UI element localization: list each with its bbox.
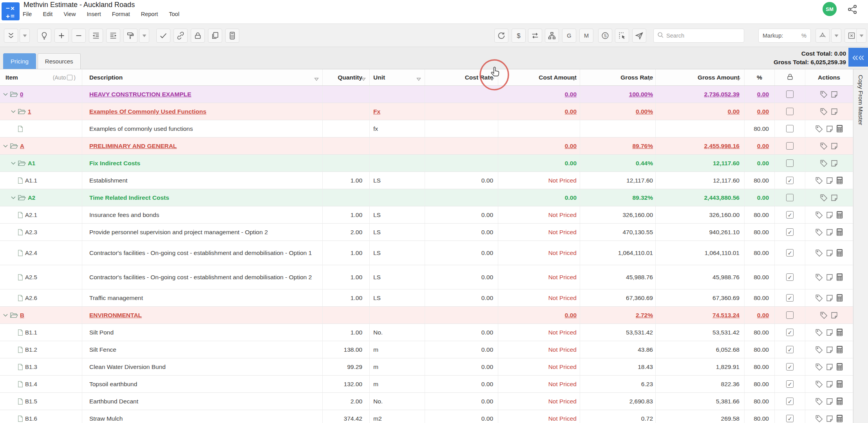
note-icon[interactable] <box>826 294 834 302</box>
description-text[interactable]: Silt Pond <box>89 329 114 336</box>
gross-amount-cell[interactable]: 1,829.91 <box>656 358 745 375</box>
lock-checkbox[interactable]: ✓ <box>786 249 794 257</box>
item-code[interactable]: B1.3 <box>25 363 37 370</box>
markup-percent-cell[interactable]: 80.00 <box>745 172 775 189</box>
gross-amount-cell[interactable]: 12,117.60 <box>656 155 745 172</box>
search-input[interactable] <box>666 33 733 39</box>
cost-rate-cell[interactable]: 0.00 <box>425 241 498 265</box>
calculator-icon[interactable] <box>836 328 843 336</box>
cost-rate-cell[interactable] <box>425 189 498 206</box>
calculator-icon[interactable] <box>836 273 843 281</box>
quantity-cell[interactable]: 1.00 <box>323 241 370 265</box>
calculator-icon[interactable] <box>836 249 843 257</box>
tag-icon[interactable] <box>815 363 823 371</box>
calculator-icon[interactable] <box>836 345 843 354</box>
gross-rate-cell[interactable]: 0.72 <box>580 410 656 423</box>
quantity-cell[interactable]: 2.00 <box>323 393 370 410</box>
unit-cell[interactable]: m <box>370 358 425 375</box>
item-code[interactable]: B1.6 <box>25 415 37 422</box>
markup-percent-cell[interactable]: 80.00 <box>745 120 775 137</box>
description-cell[interactable]: Insurance fees and bonds <box>82 206 323 223</box>
item-code[interactable]: 0 <box>20 91 23 98</box>
lock-checkbox[interactable]: ✓ <box>786 211 794 219</box>
description-cell[interactable]: Provide personnel supervision and projec… <box>82 224 323 240</box>
item-code[interactable]: A2.3 <box>25 229 37 235</box>
gross-rate-cell[interactable]: 470,130.55 <box>580 224 656 240</box>
calculator-icon[interactable] <box>836 228 843 236</box>
markup-percent-cell[interactable]: 80.00 <box>745 341 775 358</box>
markup-percent-cell[interactable]: 80.00 <box>745 224 775 240</box>
gross-amount-cell[interactable]: 67,360.69 <box>656 289 745 306</box>
column-header-desc[interactable]: Description <box>82 69 323 85</box>
note-icon[interactable] <box>830 311 838 319</box>
outdent-button[interactable] <box>89 29 103 43</box>
lock-checkbox[interactable] <box>786 142 794 150</box>
gross-rate-cell[interactable]: 12,117.60 <box>580 172 656 189</box>
avatar[interactable]: SM <box>823 2 837 16</box>
gross-rate-cell[interactable]: 0.44% <box>580 155 656 172</box>
cost-rate-cell[interactable]: 0.00 <box>425 324 498 341</box>
chevron-down-icon[interactable] <box>3 93 8 96</box>
note-icon[interactable] <box>826 329 834 336</box>
item-code[interactable]: B1.5 <box>25 398 37 405</box>
column-header-unit[interactable]: Unit <box>370 69 425 85</box>
description-text[interactable]: Earthbund Decant <box>89 398 138 405</box>
cost-amount-cell[interactable]: Not Priced <box>498 172 580 189</box>
description-cell[interactable]: Clean Water Diversion Bund <box>82 358 323 375</box>
calculator-icon[interactable] <box>836 363 843 371</box>
note-icon[interactable] <box>826 211 834 219</box>
menu-item-view[interactable]: View <box>63 11 76 17</box>
description-cell[interactable]: Topsoil earthbund <box>82 376 323 392</box>
sort-caret-icon[interactable] <box>647 76 652 83</box>
export-caret-button[interactable] <box>856 29 866 43</box>
markup-percent-cell[interactable]: 0.00 <box>745 86 775 103</box>
share-icon[interactable] <box>847 4 858 15</box>
lightbulb-button[interactable] <box>37 29 51 43</box>
description-cell[interactable]: Time Related Indirect Costs <box>82 189 323 206</box>
tag-icon[interactable] <box>815 273 823 281</box>
calculator-button[interactable] <box>225 29 239 43</box>
gross-amount-cell[interactable]: 2,455,998.16 <box>656 137 745 154</box>
unit-cell[interactable]: m <box>370 341 425 358</box>
lock-checkbox[interactable] <box>786 194 794 201</box>
indent-button[interactable] <box>106 29 120 43</box>
markup-percent-cell[interactable]: 0.00 <box>745 137 775 154</box>
markup-percent-cell[interactable]: 0.00 <box>745 189 775 206</box>
lock-checkbox[interactable] <box>786 90 794 98</box>
cost-rate-cell[interactable]: 0.00 <box>425 393 498 410</box>
calculator-icon[interactable] <box>836 176 843 184</box>
note-icon[interactable] <box>826 380 834 388</box>
description-link[interactable]: PRELIMINARY AND GENERAL <box>89 142 177 150</box>
cost-amount-cell[interactable] <box>498 120 580 137</box>
cost-rate-cell[interactable]: 0.00 <box>425 358 498 375</box>
circled-s-button[interactable]: S <box>598 29 612 43</box>
tag-icon[interactable] <box>815 228 823 236</box>
cost-amount-cell[interactable]: Not Priced <box>498 358 580 375</box>
copy-sheets-button[interactable] <box>208 29 222 43</box>
gross-rate-cell[interactable]: 45,988.76 <box>580 265 656 289</box>
description-text[interactable]: Silt Fence <box>89 346 116 353</box>
gross-rate-cell[interactable]: 100.00% <box>580 86 656 103</box>
link-button[interactable] <box>174 29 188 43</box>
menu-item-format[interactable]: Format <box>112 11 130 17</box>
markup-percent-cell[interactable]: 80.00 <box>745 324 775 341</box>
sitemap-button[interactable] <box>545 29 559 43</box>
sort-caret-icon[interactable] <box>416 76 421 83</box>
tag-icon[interactable] <box>815 329 823 336</box>
sort-caret-icon[interactable] <box>571 76 576 83</box>
unit-cell[interactable]: LS <box>370 265 425 289</box>
markup-percent-cell[interactable]: 80.00 <box>745 393 775 410</box>
lock-checkbox[interactable]: ✓ <box>786 363 794 371</box>
gross-amount-cell[interactable]: 1,064,110.01 <box>656 241 745 265</box>
gross-amount-cell[interactable]: 269.58 <box>656 410 745 423</box>
description-cell[interactable]: Traffic management <box>82 289 323 306</box>
markup-percent-cell[interactable]: 0.00 <box>745 103 775 120</box>
calculator-icon[interactable] <box>836 380 843 388</box>
item-code[interactable]: A2.5 <box>25 274 37 280</box>
cost-rate-cell[interactable]: 0.00 <box>425 224 498 240</box>
note-icon[interactable] <box>830 108 838 116</box>
markup-percent-cell[interactable]: 80.00 <box>745 241 775 265</box>
column-header-camt[interactable]: Cost Amount <box>498 69 580 85</box>
cost-amount-cell[interactable]: Not Priced <box>498 341 580 358</box>
description-cell[interactable]: Earthbund Decant <box>82 393 323 410</box>
